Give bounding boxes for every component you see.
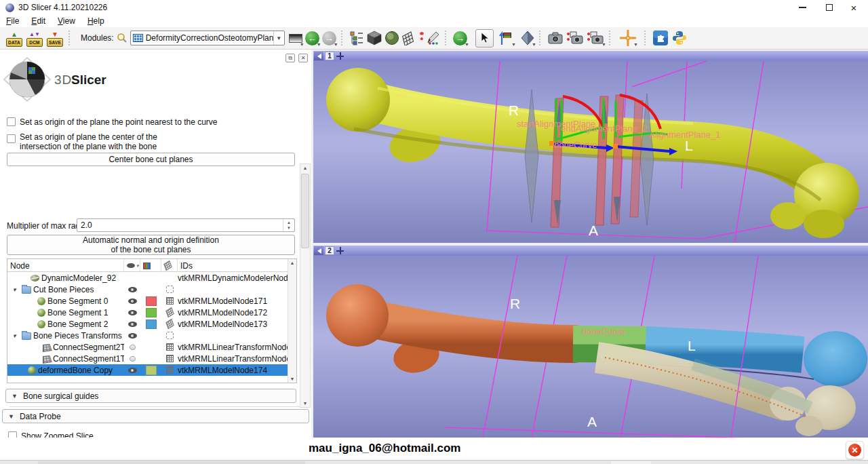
extensions-icon [652,30,669,46]
table-row[interactable]: ▾Cut Bone Pieces [7,284,296,295]
minimize-button[interactable] [791,0,814,15]
header-color[interactable] [140,259,161,272]
markups-button[interactable]: * ** * [420,28,422,47]
extensions-manager-button[interactable] [652,28,669,47]
header-ids[interactable]: IDs [178,259,296,272]
down-arrow-icon: ▼ [52,32,58,37]
up-arrow-icon: ▲ [11,32,18,37]
go-to-module-button[interactable]: →▼ [453,28,467,47]
annotations-button[interactable] [425,28,440,47]
spinbox-arrows[interactable]: ▲▼ [283,219,294,231]
table-row-selected[interactable]: deformedBone Copy vtkMRMLModelNode174 [7,364,296,376]
view-options-icon[interactable] [336,246,344,255]
menu-file[interactable]: File [0,16,25,26]
visibility-eye-closed-icon[interactable] [130,356,136,362]
history-back-button[interactable]: ←▼ [305,28,319,47]
visibility-eye-closed-icon[interactable] [130,345,136,350]
mouse-mode-pointer-button[interactable] [475,29,494,47]
header-node[interactable]: Node [7,259,124,272]
expander-icon[interactable]: ▾ [13,332,20,339]
visibility-eye-icon[interactable] [128,322,137,327]
bone-surgical-guides-section[interactable]: ▼ Bone surgical guides [5,389,296,403]
auto-definition-button[interactable]: Automatic normal and origin definition o… [7,235,295,255]
capture-screenshot-button[interactable] [547,28,564,47]
watermark-email: mau_igna_06@hotmail.com [309,442,460,455]
dynamic-modeler-icon [31,275,39,282]
models-button[interactable] [384,28,399,47]
header-visibility[interactable]: ▾ [124,259,140,272]
color-swatch[interactable] [146,296,157,306]
module-selector[interactable]: DeformityCorrectionOsteotomyPlanner ▼ [130,31,285,45]
color-swatch[interactable] [146,366,157,375]
visibility-eye-icon[interactable] [128,310,137,315]
threed-view-2[interactable]: 2 [313,246,868,438]
visibility-eye-icon[interactable] [128,287,137,292]
panel-popout-icon[interactable]: ⧉ [285,54,295,62]
dashed-box-icon [166,286,174,293]
visibility-eye-icon[interactable] [128,298,137,304]
main-toolbar: ▲ DATA ▲▼ DCM ▼ SAVE Modules: DeformityC… [0,27,868,50]
pen-icon [425,31,440,45]
table-row[interactable]: ConnectSegment2ToSeg... vtkMRMLLinearTra… [7,341,296,353]
visibility-eye-icon[interactable] [128,368,137,373]
menu-view[interactable]: View [52,16,81,26]
header-mesh[interactable] [161,259,178,272]
center-bone-cut-planes-button[interactable]: Center bone cut planes [7,153,295,166]
view-options-icon[interactable] [336,52,344,60]
grid-icon [166,343,174,351]
crosshair-button[interactable]: ▼ [620,28,636,47]
view1-controller-bar: 1 [313,51,868,61]
expander-icon[interactable]: ▾ [13,286,20,293]
color-swatch[interactable] [146,320,157,329]
multiplier-spinbox[interactable]: 2.0 ▲▼ [77,218,295,232]
panel-close-icon[interactable]: ✕ [298,54,308,62]
table-row[interactable]: Bone Segment 2 vtkMRMLModelNode173 [7,318,296,330]
title-bar: 3D Slicer 4.11.20210226 × [0,0,868,15]
menu-help[interactable]: Help [81,16,111,26]
menu-edit[interactable]: Edit [25,16,52,26]
history-forward-button[interactable]: →▼ [322,28,336,47]
view1-canvas[interactable]: startAlignmentPlane endAlignmentPlane_2 … [313,61,868,243]
adjust-window-level-button[interactable]: ▼ [521,28,534,47]
modules-label: Modules: [81,33,114,43]
view-pin-icon[interactable] [314,246,323,255]
view-pin-icon[interactable] [314,52,323,60]
close-button[interactable]: × [842,0,865,15]
scene-view-capture-button[interactable]: ▼ [587,28,604,47]
table-row[interactable]: Bone Segment 0 vtkMRMLModelNode171 [7,295,296,307]
annotation-bone-curve: boneCurve [582,326,625,336]
save-button[interactable]: ▼ SAVE [46,29,64,47]
watermark-close-button[interactable]: ✕ [846,441,864,459]
place-fiducial-button[interactable]: ▼ [498,28,514,47]
threed-view-1[interactable]: 1 [313,51,868,243]
load-data-button[interactable]: ▲ DATA [5,29,23,47]
python-console-button[interactable] [671,28,688,47]
node-tree-table: Node ▾ IDs DynamicModeler_92 vtkMRMLDyna… [7,258,297,383]
mesh-button[interactable] [402,28,417,47]
table-row[interactable]: Bone Segment 1 vtkMRMLModelNode172 [7,307,296,318]
table-row[interactable]: ▾Bone Pieces Transforms [7,330,296,341]
module-history-button[interactable] [349,28,364,47]
table-scrollbar[interactable]: ▲▼ [288,259,296,383]
folder-icon [22,332,31,340]
nearest-curve-checkbox[interactable] [7,117,16,126]
volume-rendering-button[interactable] [367,28,382,47]
maximize-button[interactable] [818,0,841,15]
data-probe-section[interactable]: ▼ Data Probe [2,409,309,423]
panel-scrollbar[interactable]: ▲▼ [300,163,311,408]
module-list-icon [349,31,364,45]
screen-capture-button[interactable]: ▼ [289,28,302,47]
scene-view-button[interactable] [566,28,584,47]
model-icon [37,309,45,317]
nearest-curve-checkbox-row: Set as origin of the plane the point nea… [7,117,218,127]
table-row[interactable]: DynamicModeler_92 vtkMRMLDynamicModelerN… [7,272,296,284]
camera-scene-icon [566,31,584,45]
module-search-icon[interactable] [117,33,127,43]
visibility-eye-icon[interactable] [128,333,137,339]
table-row[interactable]: ConnectSegment1ToSeg... vtkMRMLLinearTra… [7,353,296,364]
color-swatch[interactable] [146,308,157,317]
center-intersection-checkbox[interactable] [7,134,16,143]
load-dicom-button[interactable]: ▲▼ DCM [26,29,43,47]
combo-arrow-icon: ▼ [273,31,284,45]
view2-canvas[interactable]: boneCurve R A L [313,256,868,438]
